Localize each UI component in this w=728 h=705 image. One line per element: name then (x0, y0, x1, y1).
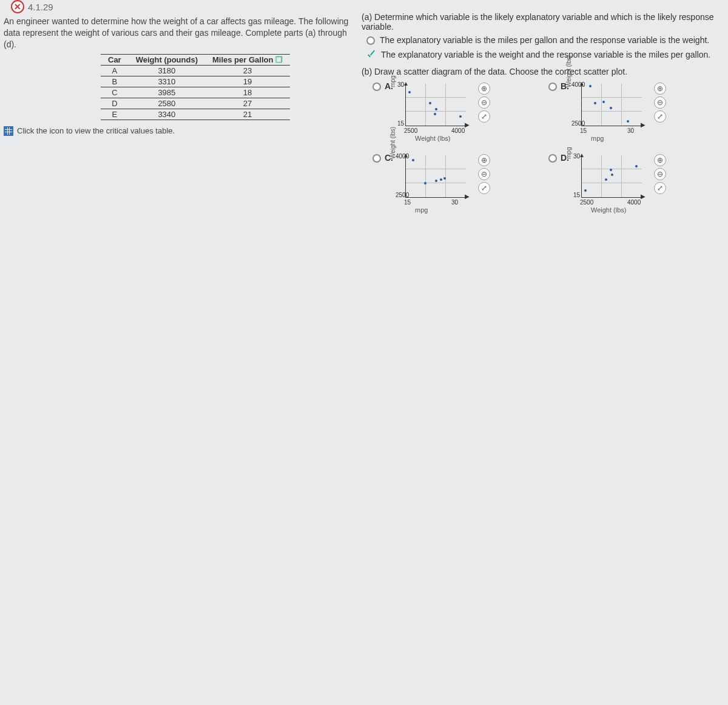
scatter-plot-d: mpg ▲ ▶ 30 15 2 (573, 153, 652, 220)
zoom-out-icon[interactable]: ⊖ (478, 168, 490, 180)
scatter-plot-a: mpg ▲ ▶ 30 15 2 (397, 81, 476, 148)
arrow-right-icon: ▶ (641, 121, 645, 128)
zoom-in-icon[interactable]: ⊕ (654, 83, 666, 95)
copy-icon[interactable]: ❐ (275, 55, 283, 64)
zoom-out-icon[interactable]: ⊖ (654, 96, 666, 109)
arrow-right-icon: ▶ (641, 193, 645, 200)
close-icon[interactable]: ✕ (11, 0, 24, 13)
table-row: A318023 (101, 65, 290, 76)
critical-values-link[interactable]: Click the icon to view the critical valu… (4, 126, 354, 136)
scatter-plot-c: Weight (lbs) ▲ ▶ 4000 2500 (397, 153, 476, 220)
scatter-plot-b: Weight (lbs) ▲ ▶ 4000 2500 (573, 81, 652, 148)
col-car: Car (101, 54, 129, 65)
radio-icon (548, 154, 557, 163)
part-b-prompt: (b) Draw a scatter diagram of the data. … (362, 67, 718, 76)
radio-icon (372, 154, 381, 163)
right-column: (a) Determine which variable is the like… (358, 12, 722, 220)
table-header: Car Weight (pounds) Miles per Gallon ❐ (101, 54, 290, 65)
scatter-options-grid: A. mpg ▲ ▶ (372, 81, 688, 220)
arrow-right-icon: ▶ (465, 193, 470, 200)
choice-a-wrong[interactable]: The explanatory variable is the miles pe… (366, 35, 718, 45)
plot-area (581, 84, 642, 126)
col-weight: Weight (pounds) (129, 54, 205, 65)
radio-icon (548, 83, 557, 91)
question-number: 4.1.29 (28, 2, 53, 12)
prompt-text: An engineer wanted to determine how the … (4, 16, 354, 50)
checkmark-icon (366, 51, 376, 61)
scatter-option-b[interactable]: B. Weight (lbs) ▲ ▶ (548, 81, 688, 148)
table-row: D258027 (101, 98, 290, 109)
arrow-right-icon: ▶ (465, 121, 470, 128)
radio-icon (372, 83, 381, 91)
radio-unselected-icon (366, 36, 375, 45)
scatter-option-d[interactable]: D. mpg ▲ ▶ (548, 153, 688, 220)
part-a-prompt: (a) Determine which variable is the like… (362, 12, 718, 32)
expand-icon[interactable]: ⤢ (654, 182, 666, 194)
plot-tools: ⊕ ⊖ ⤢ (654, 83, 666, 148)
table-row: E334021 (101, 109, 290, 120)
zoom-out-icon[interactable]: ⊖ (478, 96, 490, 109)
question-page: ✕ 4.1.29 An engineer wanted to determine… (0, 0, 728, 705)
table-row: C398518 (101, 87, 290, 98)
expand-icon[interactable]: ⤢ (654, 110, 666, 123)
plot-area (405, 84, 466, 126)
expand-icon[interactable]: ⤢ (478, 110, 490, 123)
zoom-in-icon[interactable]: ⊕ (478, 83, 490, 95)
plot-area (405, 155, 466, 198)
plot-tools: ⊕ ⊖ ⤢ (478, 83, 490, 148)
table-icon (4, 126, 13, 136)
car-data-table: Car Weight (pounds) Miles per Gallon ❐ A… (101, 54, 290, 120)
plot-tools: ⊕ ⊖ ⤢ (654, 154, 666, 220)
plot-tools: ⊕ ⊖ ⤢ (478, 154, 490, 220)
plot-area (581, 155, 642, 198)
choice-a-correct[interactable]: The explanatory variable is the weight a… (366, 50, 718, 61)
scatter-option-c[interactable]: C. Weight (lbs) ▲ ▶ (372, 153, 512, 220)
left-column: An engineer wanted to determine how the … (0, 12, 358, 220)
expand-icon[interactable]: ⤢ (478, 182, 490, 194)
table-row: B331019 (101, 76, 290, 87)
zoom-in-icon[interactable]: ⊕ (478, 154, 490, 166)
zoom-out-icon[interactable]: ⊖ (654, 168, 666, 180)
col-mpg: Miles per Gallon ❐ (205, 54, 290, 65)
question-header: ✕ 4.1.29 (11, 0, 53, 13)
zoom-in-icon[interactable]: ⊕ (654, 154, 666, 166)
